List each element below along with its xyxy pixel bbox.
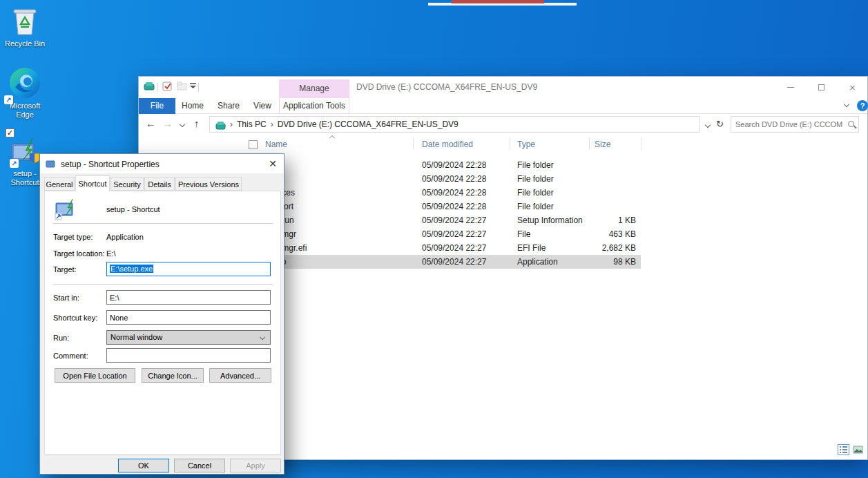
- desktop-icon-label: setup - Shortcut: [6, 169, 44, 187]
- recent-locations-icon[interactable]: [180, 122, 185, 127]
- column-separator[interactable]: [510, 137, 510, 150]
- column-separator[interactable]: [413, 137, 414, 150]
- column-header-date-modified[interactable]: Date modified: [422, 140, 473, 149]
- column-header-name[interactable]: Name: [265, 140, 287, 149]
- search-box: [731, 116, 859, 133]
- shortcut-key-input[interactable]: [106, 310, 271, 325]
- search-input[interactable]: [735, 117, 842, 131]
- recycle-bin-icon: [9, 6, 41, 37]
- up-button[interactable]: ↑: [194, 117, 200, 129]
- target-location-label: Target location:: [53, 249, 105, 258]
- apply-button-disabled[interactable]: Apply: [230, 459, 281, 472]
- maximize-button[interactable]: [806, 77, 837, 98]
- dialog-title: setup - Shortcut Properties: [61, 160, 160, 169]
- close-button[interactable]: ×: [837, 77, 868, 98]
- table-row[interactable]: support05/09/2024 22:28File folder: [247, 200, 641, 213]
- tab-application-tools[interactable]: Application Tools: [279, 98, 349, 114]
- select-all-checkbox[interactable]: [249, 140, 258, 149]
- table-row[interactable]: bootmgr.efi05/09/2024 22:27EFI File2,682…: [247, 241, 641, 255]
- qat-properties-button[interactable]: [161, 82, 173, 94]
- back-button[interactable]: ←: [146, 117, 156, 129]
- table-row[interactable]: sources05/09/2024 22:28File folder: [247, 186, 641, 200]
- qat-separator: [198, 83, 199, 92]
- breadcrumb-drive[interactable]: DVD Drive (E:) CCCOMA_X64FRE_EN-US_DV9: [278, 120, 459, 129]
- table-row[interactable]: efi05/09/2024 22:28File folder: [247, 172, 641, 186]
- close-icon: ×: [849, 82, 856, 93]
- edge-icon: [8, 66, 41, 99]
- shortcut-arrow-overlay: ↗: [10, 159, 19, 168]
- shortcut-tab-page: setup - Shortcut Target type: Applicatio…: [44, 191, 281, 455]
- cancel-button[interactable]: Cancel: [174, 459, 225, 472]
- run-dropdown[interactable]: Normal window: [106, 330, 271, 345]
- chevron-down-icon: [260, 334, 265, 340]
- offscreen-window-titlebar: [452, 0, 544, 3]
- refresh-icon[interactable]: ↻: [716, 119, 724, 129]
- drive-icon: [215, 121, 226, 130]
- breadcrumb-chevron: ›: [226, 120, 237, 129]
- thumbnail-view-toggle[interactable]: [852, 444, 864, 455]
- table-row[interactable]: bootmgr05/09/2024 22:27File463 KB: [247, 227, 641, 241]
- desktop-icon-label: Recycle Bin: [0, 39, 50, 48]
- desktop-icon-microsoft-edge[interactable]: ↗ Microsoft Edge: [0, 66, 50, 120]
- minimize-button[interactable]: [775, 77, 806, 98]
- start-in-label: Start in:: [53, 294, 79, 302]
- shortcut-name-label: setup - Shortcut: [106, 205, 160, 213]
- tab-home[interactable]: Home: [177, 98, 209, 114]
- desktop: Recycle Bin ↗ Microsoft Edge ✓ ↗ setup -: [0, 0, 868, 478]
- qat-separator: [157, 83, 157, 92]
- item-checkbox-checked[interactable]: ✓: [6, 128, 15, 137]
- minimize-icon: [787, 87, 794, 88]
- table-row-selected[interactable]: setup05/09/2024 22:27Application98 KB: [247, 255, 641, 269]
- breadcrumb-this-pc[interactable]: This PC: [237, 120, 267, 129]
- breadcrumb-chevron: ›: [267, 120, 278, 129]
- shortcut-arrow-overlay: ↗: [4, 95, 13, 104]
- target-type-value: Application: [106, 233, 144, 241]
- breadcrumb[interactable]: ›This PC›DVD Drive (E:) CCCOMA_X64FRE_EN…: [209, 116, 700, 133]
- tab-view[interactable]: View: [247, 98, 278, 114]
- advanced-button[interactable]: Advanced...: [209, 368, 271, 383]
- sort-ascending-icon: [329, 135, 335, 141]
- search-icon[interactable]: [848, 121, 854, 127]
- ribbon-tab-row: File Home Share View Application Tools ?: [139, 98, 867, 114]
- details-view-toggle[interactable]: [838, 444, 849, 455]
- target-label: Target:: [53, 265, 77, 274]
- qat-new-folder-button[interactable]: [175, 82, 188, 94]
- explorer-titlebar: Manage DVD Drive (E:) CCCOMA_X64FRE_EN-U…: [139, 77, 867, 98]
- dialog-app-icon: [46, 158, 57, 169]
- desktop-icon-recycle-bin[interactable]: Recycle Bin: [0, 6, 50, 48]
- change-icon-button[interactable]: Change Icon...: [142, 368, 204, 383]
- run-label: Run:: [53, 334, 69, 342]
- column-header-size[interactable]: Size: [595, 140, 610, 149]
- help-icon[interactable]: ?: [857, 100, 868, 111]
- ok-button[interactable]: OK: [118, 459, 169, 472]
- tab-previous-versions[interactable]: Previous Versions: [175, 177, 242, 191]
- shortcut-key-label: Shortcut key:: [53, 314, 97, 322]
- shortcut-properties-dialog: setup - Shortcut Properties ✕ General Sh…: [39, 153, 284, 475]
- column-separator[interactable]: [641, 137, 642, 150]
- contextual-group-label: Manage: [279, 79, 349, 98]
- maximize-icon: [818, 84, 824, 90]
- dialog-close-button[interactable]: ✕: [262, 154, 284, 173]
- target-location-value: E:\: [106, 249, 115, 258]
- tab-details[interactable]: Details: [144, 177, 175, 191]
- run-value: Normal window: [110, 333, 162, 341]
- tab-file[interactable]: File: [139, 98, 175, 114]
- tab-share[interactable]: Share: [211, 98, 246, 114]
- collapse-ribbon-icon[interactable]: [844, 102, 849, 107]
- target-input[interactable]: E:\setup.exe: [106, 262, 271, 276]
- tab-security[interactable]: Security: [110, 177, 144, 191]
- column-header-row: Name Date modified Type Size: [139, 136, 867, 151]
- comment-label: Comment:: [53, 352, 88, 360]
- tab-general[interactable]: General: [44, 177, 75, 191]
- table-row[interactable]: autorun05/09/2024 22:27Setup Information…: [247, 213, 641, 227]
- address-dropdown-icon[interactable]: [705, 122, 711, 128]
- table-row[interactable]: boot05/09/2024 22:28File folder: [247, 158, 641, 172]
- selected-text: E:\setup.exe: [110, 265, 153, 273]
- tab-shortcut[interactable]: Shortcut: [75, 175, 110, 191]
- column-separator[interactable]: [589, 137, 590, 150]
- comment-input[interactable]: [106, 348, 271, 363]
- column-header-type[interactable]: Type: [517, 140, 535, 149]
- open-file-location-button[interactable]: Open File Location: [55, 368, 135, 383]
- start-in-input[interactable]: [106, 290, 271, 305]
- forward-button[interactable]: →: [162, 117, 173, 129]
